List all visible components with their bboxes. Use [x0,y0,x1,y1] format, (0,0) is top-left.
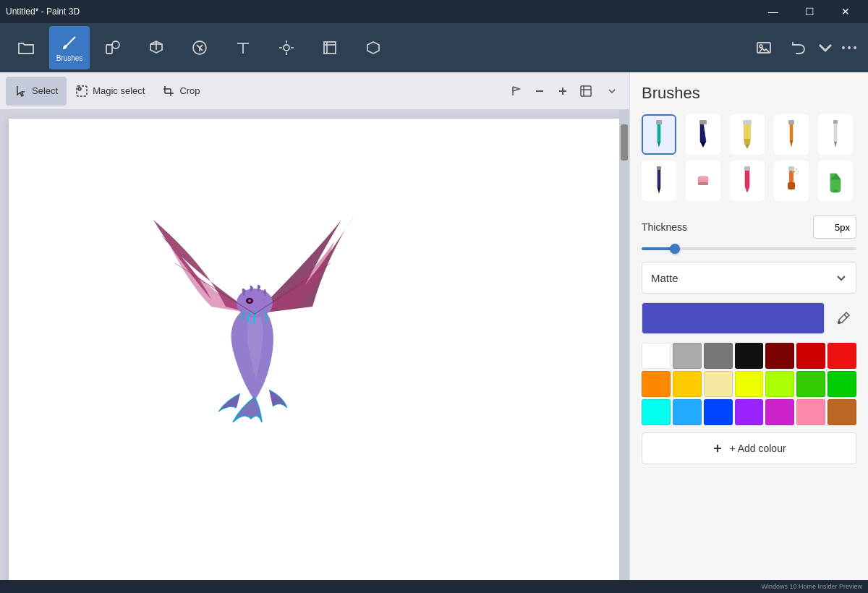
plus-icon [712,443,723,454]
brush-eraser[interactable] [686,161,720,201]
minus-icon [534,85,545,97]
brushes-button[interactable]: Brushes [49,26,90,69]
select-icon [14,85,27,98]
undo-icon [790,39,807,56]
color-light-yellow[interactable] [704,371,733,397]
svg-rect-31 [581,86,591,96]
brush-spray[interactable] [774,161,809,201]
color-blue[interactable] [704,399,733,425]
svg-rect-45 [744,139,750,145]
brush-marker2[interactable] [730,161,765,201]
thickness-slider[interactable] [642,247,856,250]
menu-button[interactable] [6,26,46,69]
text-button[interactable] [223,26,263,69]
color-black[interactable] [735,343,764,369]
color-gray[interactable] [704,343,733,369]
pencil-light-icon [825,119,846,150]
thickness-label: Thickness [642,221,804,233]
svg-point-2 [112,41,119,48]
thickness-slider-row [642,247,856,250]
zoom-out-button[interactable] [528,80,551,103]
brush-watercolor[interactable] [774,114,809,155]
thickness-row: Thickness 5px [642,216,856,239]
svg-point-36 [248,299,251,302]
select-button[interactable]: Select [6,77,67,106]
drawing-canvas[interactable] [9,119,619,580]
brush-pencil-dark[interactable] [642,161,676,201]
window-controls: — ☐ ✕ [757,0,862,23]
thickness-value[interactable]: 5px [813,216,856,239]
color-purple[interactable] [735,399,764,425]
effects-button[interactable] [266,26,307,69]
flag-button[interactable] [505,80,528,103]
3d-shapes-button[interactable] [136,26,176,69]
undo-button[interactable] [783,26,814,69]
chevron-down-icon [835,272,847,283]
2d-shapes-button[interactable] [93,26,133,69]
canvas-settings-button[interactable] [748,26,780,69]
crop-button[interactable]: Crop [153,77,208,106]
minimize-button[interactable]: — [757,0,790,23]
pencil-dark-icon [648,165,670,197]
svg-point-17 [760,45,762,48]
marker-brush-icon [648,119,670,150]
color-dark-red[interactable] [765,343,794,369]
crop-canvas-button[interactable] [310,26,350,69]
color-preview[interactable] [642,302,825,334]
color-pink[interactable] [796,399,825,425]
svg-rect-13 [324,42,336,54]
more-options-button[interactable] [836,26,862,69]
add-colour-button[interactable]: + Add colour [642,432,856,464]
vertical-scrollbar[interactable] [619,110,629,580]
color-light-gray[interactable] [673,343,702,369]
color-lime-yellow[interactable] [735,371,764,397]
color-sky[interactable] [673,399,702,425]
brush-calligraphy[interactable] [686,114,720,155]
svg-rect-41 [656,120,662,124]
eyedropper-button[interactable] [830,305,856,331]
eraser-icon [692,165,714,197]
color-white[interactable] [642,343,671,369]
brush-oil[interactable] [730,114,765,155]
brushes-label: Brushes [56,54,83,62]
thickness-slider-thumb[interactable] [670,244,680,254]
eyedropper-icon [836,311,851,325]
color-cyan[interactable] [642,399,671,425]
3d-shapes-icon [148,39,165,56]
magic-select-button[interactable]: Magic select [67,77,153,106]
3d-view-button[interactable] [353,26,393,69]
svg-rect-57 [788,182,795,189]
svg-point-61 [796,173,798,174]
close-button[interactable]: ✕ [829,0,862,23]
svg-point-19 [848,46,851,49]
color-lime[interactable] [765,371,794,397]
color-light-green[interactable] [796,371,825,397]
stickers-icon [191,39,208,56]
brush-pencil-light[interactable] [818,114,853,155]
color-brown[interactable] [827,399,856,425]
chevron-down-icon [608,87,616,95]
finish-dropdown[interactable]: Matte [642,262,856,294]
canvas-icon [755,39,773,56]
color-red[interactable] [796,343,825,369]
brush-marker[interactable] [642,114,676,155]
resize-icon [580,85,592,97]
color-magenta[interactable] [765,399,794,425]
stickers-button[interactable] [179,26,220,69]
redo-dropdown-button[interactable] [817,26,833,69]
dragon-artwork [139,205,370,422]
color-yellow[interactable] [673,371,702,397]
select-label: Select [32,85,58,96]
maximize-button[interactable]: ☐ [793,0,826,23]
brush-fill[interactable] [818,161,853,201]
svg-rect-44 [743,120,752,124]
calligraphy-brush-icon [692,119,714,150]
svg-rect-1 [106,45,112,54]
color-bright-red[interactable] [827,343,856,369]
expand-arrow-button[interactable] [600,80,624,103]
color-orange[interactable] [642,371,671,397]
color-green[interactable] [827,371,856,397]
image-resize-button[interactable] [574,80,597,103]
zoom-in-button[interactable] [551,80,574,103]
magic-select-icon [75,85,88,98]
